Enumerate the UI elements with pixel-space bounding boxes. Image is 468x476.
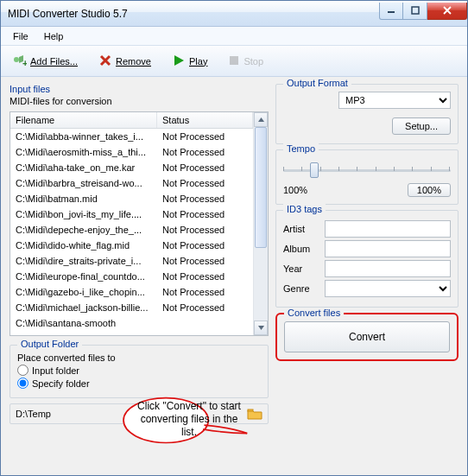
table-row[interactable]: C:\Midi\batman.midNot Processed [10,191,253,206]
convert-title: Convert files [284,308,344,318]
output-format-title: Output Format [283,78,351,88]
table-row[interactable]: C:\Midi\dido-white_flag.midNot Processed [10,238,253,253]
cell-filename: C:\Midi\depeche-enjoy_the_... [10,222,157,238]
cell-filename: C:\Midi\aerosmith-miss_a_thi... [10,144,157,160]
cell-status: Not Processed [157,129,253,144]
maximize-button[interactable] [403,3,427,20]
cell-filename: C:\Midi\barbra_streisand-wo... [10,175,157,191]
scroll-thumb[interactable] [255,127,267,248]
file-list[interactable]: Filename Status C:\Midi\abba-winner_take… [9,111,269,336]
format-select[interactable]: MP3 [338,92,451,109]
table-row[interactable]: C:\Midi\aha-take_on_me.karNot Processed [10,160,253,175]
artist-label: Artist [283,224,319,234]
tempo-reset-button[interactable]: 100% [408,183,451,197]
menu-help[interactable]: Help [37,29,71,43]
svg-text:+: + [22,58,27,68]
cell-status [157,331,253,335]
cell-filename: C:\Midi\europe-final_countdo... [10,269,157,284]
stop-button[interactable]: Stop [223,52,269,71]
play-label: Play [189,56,207,67]
radio-input-folder[interactable]: Input folder [17,365,261,376]
input-files-title: Input files [9,84,269,94]
col-filename[interactable]: Filename [10,112,157,128]
album-label: Album [283,244,319,254]
cell-filename: C:\Midi\dire_straits-private_i... [10,253,157,269]
cell-status: Not Processed [157,300,253,315]
genre-label: Genre [283,283,319,294]
table-row[interactable]: C:\Midi\sugababes- [10,331,253,335]
cell-status: Not Processed [157,253,253,269]
cell-status: Not Processed [157,160,253,175]
window-title: MIDI Converter Studio 5.7 [8,8,379,20]
year-field[interactable] [325,260,451,277]
menu-file[interactable]: File [6,29,35,43]
output-path-row: D:\Temp [9,403,269,424]
setup-button[interactable]: Setup... [392,117,451,135]
scroll-up-icon[interactable] [254,112,268,127]
table-row[interactable]: C:\Midi\barbra_streisand-wo...Not Proces… [10,175,253,191]
minimize-button[interactable] [379,3,403,20]
output-folder-title: Output Folder [17,339,82,349]
input-files-subtitle: MIDI-files for conversion [9,96,269,106]
tempo-value: 100% [283,185,307,195]
table-row[interactable]: C:\Midi\dire_straits-private_i...Not Pro… [10,253,253,269]
place-converted-label: Place converted files to [17,352,261,363]
cell-filename: C:\Midi\michael_jackson-billie... [10,300,157,315]
cell-status: Not Processed [157,191,253,206]
table-row[interactable]: C:\Midi\michael_jackson-billie...Not Pro… [10,300,253,315]
table-row[interactable]: C:\Midi\europe-final_countdo...Not Proce… [10,269,253,284]
table-row[interactable]: C:\Midi\bon_jovi-its_my_life....Not Proc… [10,206,253,222]
id3-group: ID3 tags Artist Album Year Genre [275,210,459,308]
output-path: D:\Temp [16,409,243,419]
svg-marker-7 [258,326,264,330]
menubar: File Help [1,27,467,46]
output-format-group: Output Format MP3 Setup... [275,84,459,144]
titlebar: MIDI Converter Studio 5.7 [1,1,467,27]
svg-rect-8 [248,409,253,411]
artist-field[interactable] [325,220,451,238]
table-row[interactable]: C:\Midi\abba-winner_takes_i...Not Proces… [10,129,253,144]
table-row[interactable]: C:\Midi\aerosmith-miss_a_thi...Not Proce… [10,144,253,160]
add-files-label: Add Files... [30,56,78,67]
table-row[interactable]: C:\Midi\santana-smooth [10,315,253,331]
add-files-icon: + [11,53,27,70]
cell-status: Not Processed [157,238,253,253]
svg-marker-4 [174,55,184,66]
cell-filename: C:\Midi\sugababes- [10,331,157,335]
tempo-thumb[interactable] [310,162,319,178]
list-scrollbar[interactable] [253,112,268,335]
browse-folder-button[interactable] [247,408,262,420]
tempo-title: Tempo [283,143,319,154]
cell-status: Not Processed [157,222,253,238]
convert-button[interactable]: Convert [284,321,450,352]
toolbar: + Add Files... Remove Play Stop [1,46,467,77]
tempo-slider[interactable] [283,161,451,180]
scroll-down-icon[interactable] [254,321,268,335]
remove-label: Remove [116,56,151,67]
cell-filename: C:\Midi\aha-take_on_me.kar [10,160,157,175]
cell-filename: C:\Midi\abba-winner_takes_i... [10,129,157,144]
svg-rect-1 [412,7,419,14]
close-button[interactable] [427,3,467,20]
convert-group: Convert files Convert [275,313,459,361]
remove-button[interactable]: Remove [93,51,156,72]
table-row[interactable]: C:\Midi\depeche-enjoy_the_...Not Process… [10,222,253,238]
cell-status: Not Processed [157,284,253,300]
album-field[interactable] [325,240,451,257]
col-status[interactable]: Status [157,112,253,128]
cell-filename: C:\Midi\bon_jovi-its_my_life.... [10,206,157,222]
id3-title: ID3 tags [283,204,326,214]
genre-select[interactable] [325,280,451,297]
add-files-button[interactable]: + Add Files... [6,50,83,73]
play-button[interactable]: Play [167,51,212,72]
cell-filename: C:\Midi\dido-white_flag.mid [10,238,157,253]
radio-specify-folder[interactable]: Specify folder [17,378,261,389]
cell-filename: C:\Midi\batman.mid [10,191,157,206]
play-icon [172,54,186,69]
table-row[interactable]: C:\Midi\gazebo-i_like_chopin...Not Proce… [10,284,253,300]
remove-icon [98,54,112,69]
svg-rect-5 [230,56,238,65]
cell-filename: C:\Midi\santana-smooth [10,315,157,331]
cell-status: Not Processed [157,144,253,160]
svg-marker-6 [258,117,264,122]
